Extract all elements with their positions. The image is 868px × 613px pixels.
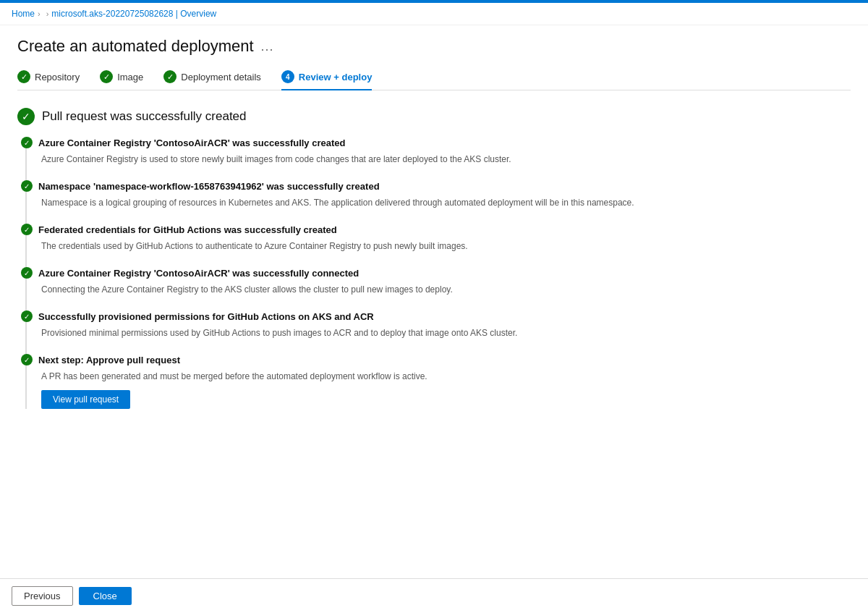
page-title-row: Create an automated deployment ... [17, 37, 851, 56]
page-title-menu[interactable]: ... [261, 39, 274, 54]
step-review-label: Review + deploy [299, 72, 373, 83]
timeline-item-header-3: ✓Azure Container Registry 'ContosoAirACR… [41, 267, 851, 279]
checkmark-icon [21, 72, 27, 82]
breadcrumb: Home › › microsoft.aks-20220725082628 | … [0, 3, 868, 25]
timeline-item-header-4: ✓Successfully provisioned permissions fo… [41, 310, 851, 322]
timeline: ✓Azure Container Registry 'ContosoAirACR… [25, 137, 851, 409]
timeline-item-header-2: ✓Federated credentials for GitHub Action… [41, 224, 851, 235]
footer: Previous Close [0, 578, 868, 613]
step-deployment-label: Deployment details [181, 72, 261, 83]
timeline-item-title-3: Azure Container Registry 'ContosoAirACR'… [38, 268, 359, 279]
timeline-item-title-0: Azure Container Registry 'ContosoAirACR'… [38, 138, 345, 148]
main-content: Create an automated deployment ... Repos… [0, 25, 868, 578]
pr-success-header: Pull request was successfully created [17, 108, 851, 125]
timeline-item-desc-0: Azure Container Registry is used to stor… [41, 153, 851, 166]
timeline-item-title-2: Federated credentials for GitHub Actions… [38, 224, 337, 235]
timeline-item-3: ✓Azure Container Registry 'ContosoAirACR… [41, 267, 851, 296]
step-deployment-details[interactable]: Deployment details [163, 70, 261, 90]
checkmark-icon-2 [103, 72, 110, 82]
timeline-check-icon-4: ✓ [21, 310, 33, 322]
steps-bar: Repository Image Deployment details 4 Re… [17, 70, 851, 90]
timeline-item-header-0: ✓Azure Container Registry 'ContosoAirACR… [41, 137, 851, 148]
timeline-item-4: ✓Successfully provisioned permissions fo… [41, 310, 851, 339]
timeline-item-desc-4: Provisioned minimal permissions used by … [41, 326, 851, 339]
timeline-check-icon-2: ✓ [21, 224, 33, 235]
step-review-circle: 4 [281, 70, 294, 83]
timeline-check-icon-0: ✓ [21, 137, 33, 148]
pr-success-check-icon [17, 108, 35, 125]
breadcrumb-cluster[interactable]: microsoft.aks-20220725082628 | Overview [51, 9, 216, 19]
step-image[interactable]: Image [100, 70, 143, 90]
timeline-item-desc-1: Namespace is a logical grouping of resou… [41, 196, 851, 209]
page-title: Create an automated deployment [17, 37, 254, 56]
step-image-check [100, 70, 113, 83]
timeline-check-icon-1: ✓ [21, 180, 33, 192]
view-pull-request-button[interactable]: View pull request [41, 390, 130, 409]
step-review-deploy[interactable]: 4 Review + deploy [281, 70, 373, 90]
pr-checkmark-icon [22, 111, 30, 122]
timeline-item-5: ✓Next step: Approve pull requestA PR has… [41, 354, 851, 409]
timeline-item-desc-2: The credentials used by GitHub Actions t… [41, 240, 851, 253]
close-button[interactable]: Close [79, 587, 132, 605]
step-repository-label: Repository [35, 72, 80, 83]
breadcrumb-home[interactable]: Home [12, 9, 35, 19]
timeline-item-title-5: Next step: Approve pull request [38, 355, 180, 365]
step-repository-check [17, 70, 30, 83]
timeline-item-header-1: ✓Namespace 'namespace-workflow-165876394… [41, 180, 851, 192]
step-image-label: Image [117, 72, 143, 83]
timeline-check-icon-5: ✓ [21, 354, 33, 365]
timeline-item-1: ✓Namespace 'namespace-workflow-165876394… [41, 180, 851, 209]
checkmark-icon-3 [167, 72, 174, 82]
timeline-item-desc-5: A PR has been generated and must be merg… [41, 370, 851, 383]
breadcrumb-sep-1: › [38, 9, 41, 18]
timeline-check-icon-3: ✓ [21, 267, 33, 279]
timeline-item-header-5: ✓Next step: Approve pull request [41, 354, 851, 365]
step-repository[interactable]: Repository [17, 70, 80, 90]
timeline-item-desc-3: Connecting the Azure Container Registry … [41, 283, 851, 296]
breadcrumb-sep-2: › [46, 9, 49, 18]
timeline-item-0: ✓Azure Container Registry 'ContosoAirACR… [41, 137, 851, 166]
step-deployment-check [163, 70, 176, 83]
timeline-item-2: ✓Federated credentials for GitHub Action… [41, 224, 851, 253]
timeline-item-title-1: Namespace 'namespace-workflow-1658763941… [38, 181, 380, 192]
pr-success-title: Pull request was successfully created [42, 109, 247, 124]
previous-button[interactable]: Previous [12, 586, 73, 606]
timeline-item-title-4: Successfully provisioned permissions for… [38, 311, 374, 322]
